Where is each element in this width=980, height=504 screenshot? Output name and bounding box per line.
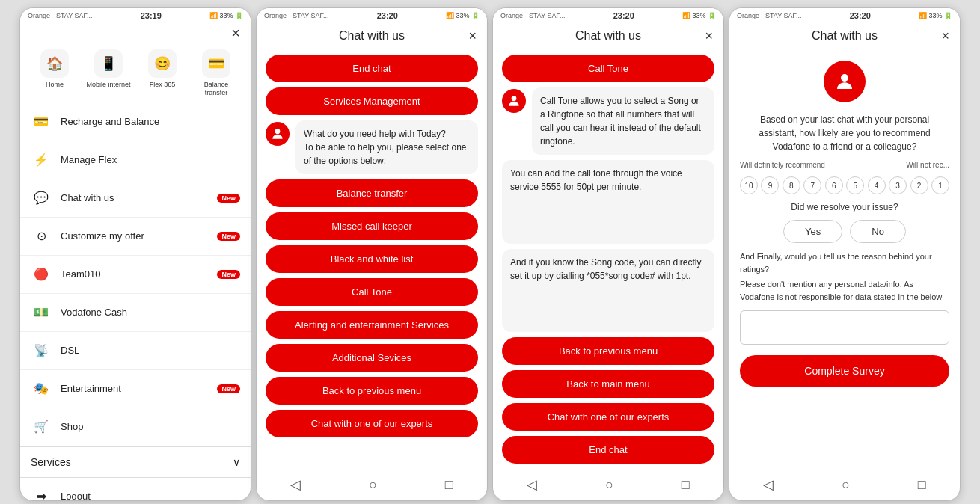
svg-point-1 [512,96,517,101]
rating-10[interactable]: 10 [740,176,758,194]
status-icons-3: 📶 33% 🔋 [682,12,716,19]
missed-call-keeper-button[interactable]: Missed call keeper [266,212,478,240]
balance-label: Balance transfer [194,81,239,97]
call-tone-top-button[interactable]: Call Tone [502,55,714,82]
additional-services-button[interactable]: Additional Sevices [266,344,478,372]
manage-flex-icon: ⚡ [31,150,52,170]
dsl-label: DSL [61,345,79,356]
recent-nav-icon-2[interactable]: □ [445,477,453,493]
survey-avatar-row [740,61,949,102]
entertainment-icon: 🎭 [31,378,52,399]
survey-content: Based on your last chat with your person… [729,49,960,470]
rating-5[interactable]: 5 [846,176,864,194]
menu-item-shop[interactable]: 🛒 Shop [20,408,251,446]
rating-9[interactable]: 9 [761,176,779,194]
menu-item-chat[interactable]: 💬 Chat with us New [20,179,251,218]
svg-point-0 [275,129,281,134]
menu-item-team010[interactable]: 🔴 Team010 New [20,256,251,294]
logout-item[interactable]: ➡ Logout [20,478,251,501]
menu-item-customize[interactable]: ⊙ Customize my offer New [20,218,251,256]
chat-content-3: Call Tone Call Tone allows you to select… [493,49,723,470]
close-button-2[interactable]: × [468,28,477,44]
status-bar-3: Orange - STAY SAF... 23:20 📶 33% 🔋 [493,8,723,22]
carrier-3: Orange - STAY SAF... [500,12,566,19]
menu-item-manage-flex[interactable]: ⚡ Manage Flex [20,141,251,179]
quick-icon-flex[interactable]: 😊 Flex 365 [140,49,185,97]
black-white-list-button[interactable]: Black and white list [266,245,478,273]
back-nav-icon-3[interactable]: ◁ [527,476,537,493]
back-previous-menu-button[interactable]: Back to previous menu [266,377,478,405]
no-button[interactable]: No [850,220,906,243]
rating-4[interactable]: 4 [868,176,886,194]
back-nav-icon-4[interactable]: ◁ [763,476,774,493]
status-icons-2: 📶 33% 🔋 [446,12,480,19]
feedback-textarea[interactable] [740,310,949,345]
quick-icon-mobile[interactable]: 📱 Mobile internet [86,49,131,97]
home-label: Home [46,81,64,89]
bottom-nav-4: ◁ ○ □ [729,470,960,500]
chat-header-4: Chat with us × [729,22,960,49]
dsl-icon: 📡 [31,340,52,361]
bot-text-3c: And if you know the Song code, you can d… [510,257,702,281]
recharge-label: Recharge and Balance [61,116,159,127]
end-chat-button[interactable]: End chat [266,55,478,82]
balance-transfer-button[interactable]: Balance transfer [266,179,478,207]
home-nav-icon-3[interactable]: ○ [605,477,613,493]
menu-item-recharge[interactable]: 💳 Recharge and Balance [20,103,251,141]
yes-button[interactable]: Yes [783,220,842,243]
team010-badge: New [217,270,240,279]
menu-item-vodafone-cash[interactable]: 💵 Vodafone Cash [20,294,251,332]
rating-8[interactable]: 8 [783,176,800,194]
menu-item-dsl[interactable]: 📡 DSL [20,332,251,370]
chat-content-2: End chat Services Management What do you… [257,49,487,470]
yes-no-row: Yes No [740,220,949,243]
home-nav-icon-2[interactable]: ○ [369,477,377,493]
flex-label: Flex 365 [150,81,176,89]
quick-icons-row: 🏠 Home 📱 Mobile internet 😊 Flex 365 💳 Ba… [20,42,251,103]
rating-left-label: Will definitely recommend [740,161,825,169]
quick-icon-home[interactable]: 🏠 Home [32,49,77,97]
chat-experts-3-button[interactable]: Chat with one of our experts [502,403,714,431]
vodafone-cash-icon: 💵 [31,302,52,323]
rating-right-label: Will not rec... [906,161,949,169]
screen1-header: × [20,22,251,42]
bot-avatar-3 [502,89,526,113]
rating-1[interactable]: 1 [931,176,949,194]
alerting-entertainment-button[interactable]: Alerting and entertainment Services [266,311,478,339]
close-button-3[interactable]: × [705,28,713,44]
status-bar-1: Orange - STAY SAF... 23:19 📶 33% 🔋 [20,8,251,22]
back-main-3-button[interactable]: Back to main menu [502,370,714,398]
status-icons-1: 📶 33% 🔋 [209,12,243,19]
recent-nav-icon-3[interactable]: □ [682,477,690,493]
vodafone-cash-label: Vodafone Cash [61,307,127,318]
rating-7[interactable]: 7 [803,176,821,194]
menu-item-entertainment[interactable]: 🎭 Entertainment New [20,370,251,408]
services-management-button[interactable]: Services Management [266,87,478,115]
chat-header-2: Chat with us × [257,22,487,49]
close-button-1[interactable]: × [231,25,240,42]
back-nav-icon-2[interactable]: ◁ [290,476,301,493]
bot-bubble-3a: Call Tone allows you to select a Song or… [532,87,714,155]
bot-bubble-3c: And if you know the Song code, you can d… [502,249,714,333]
back-previous-3-button[interactable]: Back to previous menu [502,337,714,365]
chat-experts-button[interactable]: Chat with one of our experts [266,410,478,437]
rating-2[interactable]: 2 [910,176,928,194]
final-subtitle: Please don't mention any personal data/i… [740,278,949,303]
home-nav-icon-4[interactable]: ○ [842,477,850,493]
rating-6[interactable]: 6 [825,176,843,194]
services-row[interactable]: Services ∨ [20,446,251,478]
chat-title-2: Chat with us [339,29,405,43]
rating-labels: Will definitely recommend Will not rec..… [740,161,949,169]
recent-nav-icon-4[interactable]: □ [918,477,926,493]
end-chat-3-button[interactable]: End chat [502,436,714,464]
complete-survey-button[interactable]: Complete Survey [740,355,949,387]
call-tone-button[interactable]: Call Tone [266,278,478,306]
close-button-4[interactable]: × [941,28,949,44]
screen-1-main-menu: Orange - STAY SAF... 23:19 📶 33% 🔋 × 🏠 H… [19,7,251,501]
time-3: 23:20 [613,11,634,20]
rating-3[interactable]: 3 [889,176,907,194]
status-icons-4: 📶 33% 🔋 [919,12,952,19]
quick-icon-balance[interactable]: 💳 Balance transfer [194,49,239,97]
balance-icon: 💳 [202,49,230,78]
customize-label: Customize my offer [61,230,144,242]
